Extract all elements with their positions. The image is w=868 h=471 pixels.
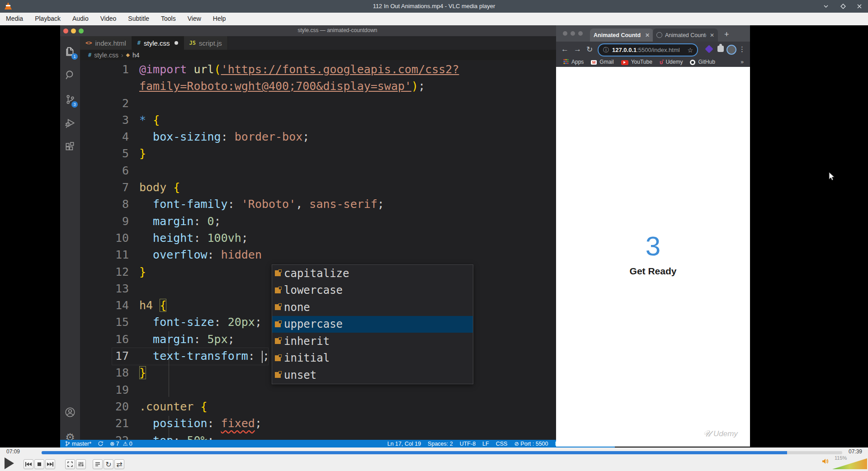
menu-subtitle[interactable]: Subtitle xyxy=(122,13,155,25)
bookmarks-overflow-icon[interactable]: » xyxy=(741,59,744,65)
suggestion-lowercase[interactable]: lowercase xyxy=(272,282,473,299)
code-line[interactable]: family=Roboto:wght@400;700&display=swap'… xyxy=(80,78,615,94)
next-button[interactable] xyxy=(45,459,55,469)
token xyxy=(139,434,153,440)
bookmark-github[interactable]: GitHub xyxy=(690,59,715,65)
code-line[interactable]: 8 font-family: 'Roboto', sans-serif; xyxy=(80,196,615,212)
tab-style.css[interactable]: #style.css xyxy=(132,36,184,50)
source-control-icon[interactable]: 3 xyxy=(60,90,80,108)
fullscreen-button[interactable] xyxy=(65,459,75,469)
code-line[interactable]: 11 overflow: hidden xyxy=(80,246,615,263)
new-tab-button[interactable]: + xyxy=(724,30,729,39)
suggestion-capitalize[interactable]: capitalize xyxy=(272,265,473,282)
token: position xyxy=(153,417,207,430)
stop-button[interactable] xyxy=(34,459,44,469)
status-ln-17-col-19[interactable]: Ln 17, Col 19 xyxy=(387,441,421,447)
code-line[interactable]: 22 top: 50%; xyxy=(80,432,615,440)
menu-playback[interactable]: Playback xyxy=(29,13,66,25)
bookmark-star-icon[interactable]: ☆ xyxy=(687,47,693,54)
menu-media[interactable]: Media xyxy=(0,13,29,25)
bookmark-udemy[interactable]: ᴜ̂Udemy xyxy=(660,59,683,66)
explorer-icon[interactable]: 1 xyxy=(60,42,80,61)
line-number: 12 xyxy=(80,264,129,280)
equalizer-button[interactable] xyxy=(76,459,86,469)
menu-help[interactable]: Help xyxy=(207,13,232,25)
menu-audio[interactable]: Audio xyxy=(66,13,94,25)
tab-close-icon[interactable]: ✕ xyxy=(645,32,650,38)
breadcrumb-file[interactable]: style.css xyxy=(94,52,118,59)
bookmark-gmail[interactable]: MGmail xyxy=(591,59,613,65)
bookmark-youtube[interactable]: YouTube xyxy=(621,59,652,65)
code-line[interactable]: 9 margin: 0; xyxy=(80,213,615,230)
code-line[interactable]: 21 position: fixed; xyxy=(80,415,615,432)
menu-tools[interactable]: Tools xyxy=(155,13,182,25)
code-line[interactable]: 5} xyxy=(80,145,615,162)
profile-avatar[interactable] xyxy=(726,45,736,55)
browser-tab[interactable]: Animated Countd✕ xyxy=(653,28,718,42)
code-line[interactable]: 10 height: 100vh; xyxy=(80,230,615,246)
status-css[interactable]: CSS xyxy=(496,441,508,447)
problems-item[interactable]: ⊗7 ⚠0 xyxy=(110,440,132,447)
mac-close-icon[interactable] xyxy=(563,31,567,36)
mac-zoom-icon[interactable] xyxy=(578,31,583,36)
browser-tab[interactable]: Animated Countd✕ xyxy=(590,28,653,42)
token: ; xyxy=(418,80,425,93)
menu-view[interactable]: View xyxy=(182,13,207,25)
suggestion-label: uppercase xyxy=(284,318,343,330)
file-type-icon: # xyxy=(137,40,141,46)
status-spaces-2[interactable]: Spaces: 2 xyxy=(428,441,453,447)
mac-minimize-icon[interactable] xyxy=(571,31,575,36)
menu-video[interactable]: Video xyxy=(94,13,123,25)
code-line[interactable]: 3* { xyxy=(80,112,615,128)
seek-bar[interactable] xyxy=(42,451,842,454)
maximize-icon[interactable] xyxy=(840,3,846,9)
search-icon[interactable] xyxy=(60,66,80,84)
code-editor[interactable]: 1@import url('https://fonts.googleapis.c… xyxy=(80,60,615,440)
minimize-icon[interactable] xyxy=(823,3,829,9)
shuffle-button[interactable]: ⇄ xyxy=(114,459,124,469)
bookmark-apps[interactable]: Apps xyxy=(563,59,584,66)
code-line[interactable]: 2 xyxy=(80,95,615,112)
token: @import xyxy=(139,63,187,76)
close-icon[interactable] xyxy=(856,3,863,9)
tab-script.js[interactable]: JSscript.js xyxy=(184,36,228,50)
play-button[interactable] xyxy=(5,457,14,469)
tab-close-icon[interactable]: ✕ xyxy=(710,32,714,38)
run-debug-icon[interactable] xyxy=(60,114,80,132)
status-lf[interactable]: LF xyxy=(482,441,489,447)
site-info-icon[interactable]: ⓘ xyxy=(603,46,609,54)
suggestion-none[interactable]: none xyxy=(272,299,473,316)
reload-icon[interactable]: ↻ xyxy=(586,45,593,54)
git-branch-item[interactable]: master* xyxy=(65,441,91,447)
extensions-puzzle-icon[interactable] xyxy=(717,46,724,52)
video-frame[interactable]: style.css — animated-countdown 1 3 xyxy=(0,25,868,447)
previous-button[interactable] xyxy=(24,459,33,469)
forward-icon[interactable]: → xyxy=(574,45,581,54)
extension-cube-icon[interactable] xyxy=(705,45,713,53)
status-utf-8[interactable]: UTF-8 xyxy=(460,441,476,447)
volume-icon[interactable] xyxy=(822,458,828,464)
extensions-icon[interactable] xyxy=(60,138,80,156)
loop-button[interactable]: ↻ xyxy=(104,459,113,469)
code-line[interactable]: 20.counter { xyxy=(80,398,615,415)
browser-menu-icon[interactable]: ⋮ xyxy=(739,45,745,53)
tab-index.html[interactable]: <>index.html xyxy=(80,36,132,50)
account-icon[interactable] xyxy=(60,403,80,421)
code-text: .counter { xyxy=(139,398,208,415)
code-line[interactable]: 7body { xyxy=(80,179,615,196)
address-bar[interactable]: ⓘ 127.0.0.1:5500/index.html ☆ xyxy=(598,43,698,57)
suggestion-uppercase[interactable]: uppercase xyxy=(272,316,473,333)
code-line[interactable]: 4 box-sizing: border-box; xyxy=(80,128,615,145)
back-icon[interactable]: ← xyxy=(561,45,569,54)
breadcrumb[interactable]: # style.css › ◆ h4 xyxy=(80,50,615,60)
status--port-5500[interactable]: ⊘ Port : 5500 xyxy=(514,440,548,447)
suggestion-inherit[interactable]: inherit xyxy=(272,333,473,350)
suggestion-unset[interactable]: unset xyxy=(272,367,473,384)
browser-tabstrip: + Animated Countd✕Animated Countd✕ xyxy=(556,25,750,42)
playlist-button[interactable] xyxy=(93,459,103,469)
breadcrumb-symbol[interactable]: h4 xyxy=(132,52,140,59)
code-line[interactable]: 1@import url('https://fonts.googleapis.c… xyxy=(80,61,615,78)
sync-icon[interactable] xyxy=(98,441,104,447)
code-line[interactable]: 6 xyxy=(80,162,615,179)
suggestion-initial[interactable]: initial xyxy=(272,350,473,367)
